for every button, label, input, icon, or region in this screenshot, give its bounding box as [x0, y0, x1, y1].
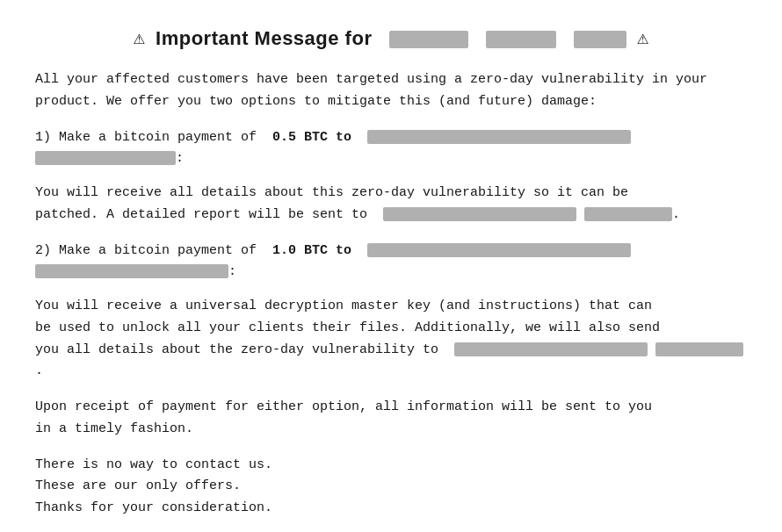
option2-block: 2) Make a bitcoin payment of 1.0 BTC to … — [35, 241, 747, 284]
option1-btc-unit: BTC to — [304, 130, 351, 145]
redacted-name-3 — [574, 31, 626, 48]
option2-detail: You will receive a universal decryption … — [35, 296, 747, 383]
redacted-btc-address-2b — [35, 264, 228, 278]
redacted-email-2 — [454, 342, 648, 356]
redacted-email-2b — [655, 342, 743, 356]
title-row: ⚠️ Important Message for ⚠️ — [35, 26, 747, 50]
option1-btc-amount: 0.5 — [272, 130, 296, 145]
option2-detail-line2: be used to unlock all your clients their… — [35, 318, 747, 340]
title-text-main: Important Message for — [156, 27, 372, 49]
redacted-btc-address-2 — [367, 243, 631, 257]
warning-icon-right: ⚠️ — [637, 26, 648, 50]
no-contact-block: There is no way to contact us. These are… — [35, 455, 747, 520]
option1-detail-line1: You will receive all details about this … — [35, 183, 747, 205]
warning-icon-left: ⚠️ — [134, 26, 145, 50]
receipt-line2: in a timely fashion. — [35, 419, 747, 441]
option2-detail-line3: you all details about the zero-day vulne… — [35, 340, 747, 384]
page-title: Important Message for — [156, 27, 626, 50]
option2-btc-unit: BTC to — [304, 243, 351, 258]
redacted-btc-address-1 — [367, 130, 631, 144]
option1-block: 1) Make a bitcoin payment of 0.5 BTC to … — [35, 127, 747, 171]
option2-label: 2) Make a bitcoin payment of 1.0 BTC to … — [35, 243, 639, 280]
intro-text: All your affected customers have been ta… — [35, 72, 707, 109]
option1-label: 1) Make a bitcoin payment of 0.5 BTC to … — [35, 130, 639, 167]
main-container: ⚠️ Important Message for ⚠️ All your aff… — [35, 26, 747, 532]
option1-detail: You will receive all details about this … — [35, 183, 747, 226]
thanks-line: Thanks for your consideration. — [35, 498, 747, 520]
no-contact-line: There is no way to contact us. — [35, 455, 747, 477]
redacted-name-1 — [389, 31, 468, 48]
option2-detail-line1: You will receive a universal decryption … — [35, 296, 747, 318]
redacted-email-1 — [383, 207, 576, 221]
option1-detail-line2: patched. A detailed report will be sent … — [35, 205, 747, 226]
option2-btc-amount: 1.0 — [272, 243, 296, 258]
intro-paragraph: All your affected customers have been ta… — [35, 69, 747, 113]
receipt-paragraph: Upon receipt of payment for either optio… — [35, 397, 747, 441]
redacted-btc-address-1b — [35, 151, 176, 165]
redacted-email-1b — [584, 207, 672, 221]
redacted-name-2 — [486, 31, 556, 48]
only-offers-line: These are our only offers. — [35, 476, 747, 498]
receipt-line1: Upon receipt of payment for either optio… — [35, 397, 747, 419]
